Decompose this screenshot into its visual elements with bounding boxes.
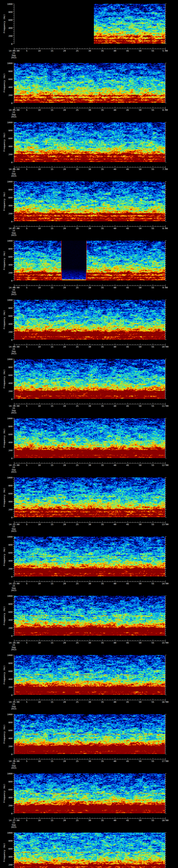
y-tick <box>13 744 14 744</box>
x-tick <box>127 521 128 522</box>
x-minor-tick <box>138 226 138 226</box>
x-minor-tick <box>75 818 75 818</box>
y-tick-right <box>165 152 166 152</box>
y-tick <box>13 610 14 610</box>
y-tick-right <box>165 101 166 101</box>
y-tick-right <box>165 160 166 160</box>
x-minor-tick <box>59 403 60 404</box>
x-minor-tick <box>138 107 138 108</box>
x-tick-label: 25 <box>72 346 82 348</box>
x-minor-tick <box>32 226 32 226</box>
x-tick-label: 20 <box>59 168 70 170</box>
y-tick-right <box>165 618 166 618</box>
x-tick <box>90 462 90 463</box>
y-tick <box>13 272 14 273</box>
y-tick <box>13 866 14 867</box>
x-tick-label: 55 <box>148 109 158 111</box>
time-axis-line <box>14 700 165 700</box>
x-minor-tick <box>49 226 50 226</box>
x-tick <box>90 225 90 226</box>
y-tick <box>13 211 14 212</box>
y-tick-label: 1000 <box>0 654 12 656</box>
x-minor-tick <box>22 107 22 108</box>
x-minor-tick <box>163 700 163 700</box>
y-tick-right <box>165 663 167 663</box>
y-tick <box>13 813 14 813</box>
x-minor-tick <box>158 167 158 167</box>
x-tick-label: 10 <box>34 464 44 466</box>
x-minor-tick <box>155 167 155 167</box>
y-tick-right <box>165 860 166 861</box>
x-minor-tick <box>59 226 60 226</box>
x-axis-end-tick <box>165 403 166 406</box>
x-tick-label: 30 <box>85 286 95 289</box>
x-tick-label: 25 <box>72 109 82 111</box>
y-tick-label: 600 <box>0 315 12 317</box>
x-tick <box>52 758 52 759</box>
x-tick-label: 5 <box>22 168 32 170</box>
y-tick-right <box>165 631 166 632</box>
y-tick-right <box>165 63 167 63</box>
x-minor-tick <box>75 285 75 286</box>
y-tick <box>13 95 14 95</box>
y-tick <box>13 156 14 156</box>
x-tick <box>90 284 90 286</box>
date-label: 15Sep2015 <box>3 466 25 473</box>
x-tick-label: 35 <box>97 582 108 585</box>
x-minor-tick <box>62 463 62 463</box>
x-tick-label: 15 <box>47 346 57 348</box>
y-tick <box>13 631 14 632</box>
x-minor-tick <box>59 522 60 522</box>
x-minor-tick <box>75 700 75 700</box>
x-tick-label: 5 <box>22 50 32 52</box>
y-tick-right <box>165 560 167 561</box>
x-tick-label: 25 <box>72 227 82 229</box>
x-tick-label: 50 <box>135 819 145 822</box>
y-tick <box>13 785 14 785</box>
y-tick <box>13 856 14 857</box>
y-tick-right <box>165 850 166 850</box>
x-tick <box>127 284 128 286</box>
y-tick <box>13 250 14 251</box>
x-minor-tick <box>132 285 133 286</box>
y-tick-right <box>165 276 166 277</box>
x-tick <box>153 640 153 641</box>
y-tick-right <box>165 479 166 479</box>
y-tick-right <box>165 67 166 67</box>
spectrogram-panel: Frequency (Hz) 14:17:00 18:00 15Sep2015 … <box>0 773 178 833</box>
x-minor-tick <box>132 226 133 226</box>
x-tick-label: 45 <box>122 819 133 822</box>
x-minor-tick <box>59 344 60 345</box>
x-minor-tick <box>143 226 143 226</box>
date-label: 15Sep2015 <box>3 289 25 296</box>
spectrogram-panel: Frequency (Hz) 14:13:00 14:00 15Sep2015 … <box>0 536 178 596</box>
y-tick-right <box>165 181 167 182</box>
x-minor-tick <box>42 522 42 522</box>
y-tick-label: 1000 <box>0 832 12 834</box>
x-minor-tick <box>160 285 160 286</box>
x-minor-tick <box>158 818 158 818</box>
x-minor-tick <box>143 522 143 522</box>
x-tick <box>64 225 65 226</box>
y-tick-label: 1000 <box>0 595 12 597</box>
x-minor-tick <box>75 758 75 759</box>
y-tick-label: 800 <box>0 603 12 605</box>
spectrogram-panel: Frequency (Hz) 14:10:00 11:00 15Sep2015 … <box>0 359 178 418</box>
y-tick <box>13 43 14 44</box>
y-tick-right <box>165 389 166 389</box>
x-tick <box>127 758 128 759</box>
y-tick <box>13 687 14 687</box>
y-tick <box>13 430 14 430</box>
x-minor-tick <box>75 522 75 522</box>
x-minor-tick <box>47 344 47 345</box>
x-minor-tick <box>49 167 50 167</box>
spectrogram-image <box>14 4 165 44</box>
y-tick <box>13 734 14 734</box>
x-minor-tick <box>160 640 160 641</box>
x-tick-label: 10 <box>34 523 44 526</box>
x-tick-label: 10 <box>34 168 44 170</box>
x-minor-tick <box>62 640 62 641</box>
y-tick-label: 1000 <box>0 181 12 183</box>
x-minor-tick <box>85 285 85 286</box>
y-tick <box>13 479 14 479</box>
